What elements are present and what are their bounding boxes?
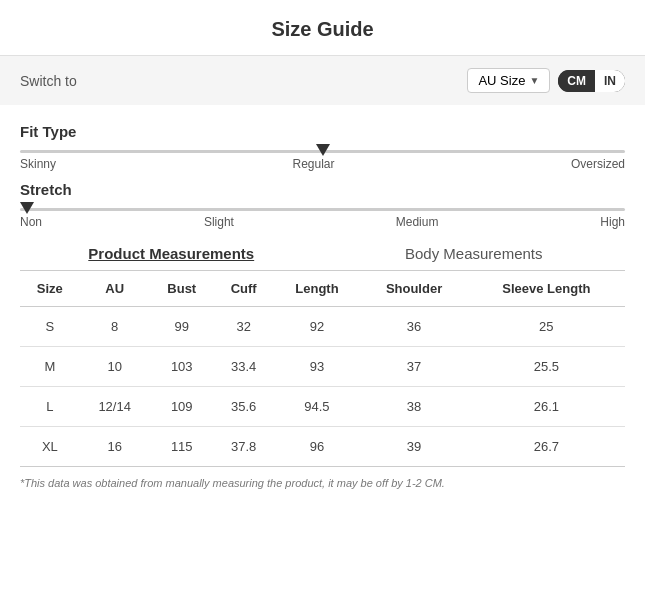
product-measurements-title: Product Measurements [20, 245, 323, 262]
stretch-label: Stretch [20, 181, 625, 198]
switch-label: Switch to [20, 73, 77, 89]
col-header-shoulder: Shoulder [360, 271, 467, 307]
col-header-au: AU [80, 271, 150, 307]
cell-r3-c6: 26.7 [468, 427, 625, 467]
cell-r2-c2: 109 [150, 387, 214, 427]
au-size-label: AU Size [478, 73, 525, 88]
fit-label-regular: Regular [292, 157, 334, 171]
unit-toggle: CM IN [558, 70, 625, 92]
cell-r3-c1: 16 [80, 427, 150, 467]
fit-label-oversized: Oversized [571, 157, 625, 171]
col-header-length: Length [274, 271, 361, 307]
cell-r2-c0: L [20, 387, 80, 427]
fit-type-track[interactable] [20, 150, 625, 153]
cell-r1-c4: 93 [274, 347, 361, 387]
cell-r1-c1: 10 [80, 347, 150, 387]
table-row: M1010333.4933725.5 [20, 347, 625, 387]
cell-r2-c5: 38 [360, 387, 467, 427]
cell-r0-c3: 32 [214, 307, 274, 347]
cell-r0-c0: S [20, 307, 80, 347]
chevron-down-icon: ▼ [529, 75, 539, 86]
stretch-label-high: High [600, 215, 625, 229]
fit-type-section: Fit Type Skinny Regular Oversized [0, 123, 645, 181]
cell-r1-c0: M [20, 347, 80, 387]
cell-r0-c2: 99 [150, 307, 214, 347]
table-header-row: Size AU Bust Cuff Length Shoulder Sleeve… [20, 271, 625, 307]
cell-r3-c3: 37.8 [214, 427, 274, 467]
cell-r0-c4: 92 [274, 307, 361, 347]
stretch-labels: Non Slight Medium High [20, 215, 625, 229]
fit-type-labels: Skinny Regular Oversized [20, 157, 625, 171]
stretch-label-medium: Medium [396, 215, 439, 229]
table-row: L12/1410935.694.53826.1 [20, 387, 625, 427]
switch-bar: Switch to AU Size ▼ CM IN [0, 56, 645, 105]
fit-type-thumb[interactable] [316, 144, 330, 156]
col-header-bust: Bust [150, 271, 214, 307]
page-title: Size Guide [0, 0, 645, 56]
stretch-label-non: Non [20, 215, 42, 229]
cell-r3-c5: 39 [360, 427, 467, 467]
cell-r1-c2: 103 [150, 347, 214, 387]
measurements-header: Product Measurements Body Measurements [0, 245, 645, 262]
cell-r3-c4: 96 [274, 427, 361, 467]
cell-r1-c6: 25.5 [468, 347, 625, 387]
cell-r2-c6: 26.1 [468, 387, 625, 427]
cell-r3-c2: 115 [150, 427, 214, 467]
table-row: S89932923625 [20, 307, 625, 347]
col-header-sleeve-length: Sleeve Length [468, 271, 625, 307]
col-header-size: Size [20, 271, 80, 307]
body-measurements-title: Body Measurements [323, 245, 626, 262]
footnote: *This data was obtained from manually me… [0, 467, 645, 489]
cell-r0-c5: 36 [360, 307, 467, 347]
cell-r0-c1: 8 [80, 307, 150, 347]
stretch-track[interactable] [20, 208, 625, 211]
stretch-section: Stretch Non Slight Medium High [0, 181, 645, 245]
col-header-cuff: Cuff [214, 271, 274, 307]
stretch-thumb[interactable] [20, 202, 34, 214]
cell-r1-c5: 37 [360, 347, 467, 387]
switch-right: AU Size ▼ CM IN [467, 68, 625, 93]
in-unit-button[interactable]: IN [595, 70, 625, 92]
au-size-dropdown[interactable]: AU Size ▼ [467, 68, 550, 93]
fit-type-label: Fit Type [20, 123, 625, 140]
cell-r1-c3: 33.4 [214, 347, 274, 387]
cell-r2-c4: 94.5 [274, 387, 361, 427]
fit-label-skinny: Skinny [20, 157, 56, 171]
cell-r2-c1: 12/14 [80, 387, 150, 427]
cell-r0-c6: 25 [468, 307, 625, 347]
cell-r3-c0: XL [20, 427, 80, 467]
cell-r2-c3: 35.6 [214, 387, 274, 427]
table-row: XL1611537.8963926.7 [20, 427, 625, 467]
cm-unit-button[interactable]: CM [558, 70, 595, 92]
stretch-label-slight: Slight [204, 215, 234, 229]
size-table: Size AU Bust Cuff Length Shoulder Sleeve… [20, 270, 625, 467]
